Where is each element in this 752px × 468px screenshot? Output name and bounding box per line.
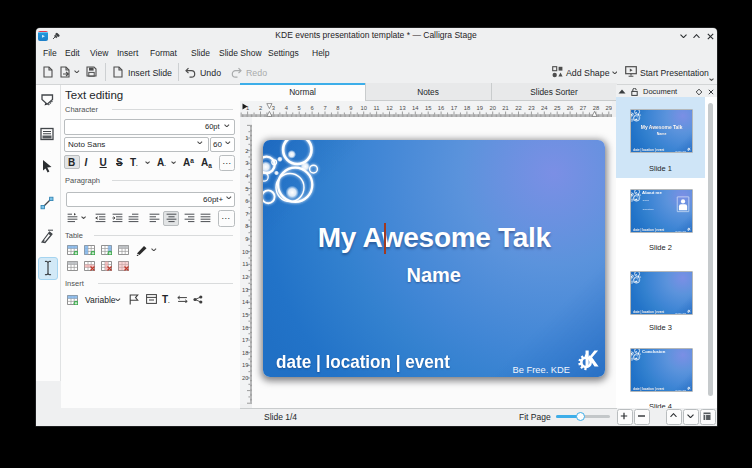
svg-text:19: 19 bbox=[242, 362, 248, 368]
svg-text:15: 15 bbox=[425, 105, 431, 111]
svg-text:18: 18 bbox=[464, 105, 470, 111]
svg-text:3: 3 bbox=[272, 105, 275, 111]
svg-text:10: 10 bbox=[242, 249, 248, 255]
svg-text:7: 7 bbox=[323, 105, 326, 111]
svg-text:22: 22 bbox=[515, 105, 521, 111]
svg-text:6: 6 bbox=[310, 105, 313, 111]
svg-text:2: 2 bbox=[259, 105, 262, 111]
svg-text:27: 27 bbox=[580, 105, 586, 111]
svg-text:2: 2 bbox=[245, 148, 248, 154]
svg-text:13: 13 bbox=[242, 287, 248, 293]
svg-text:8: 8 bbox=[245, 223, 248, 229]
svg-text:11: 11 bbox=[374, 105, 380, 111]
svg-text:5: 5 bbox=[298, 105, 301, 111]
svg-text:20: 20 bbox=[242, 375, 248, 381]
svg-text:9: 9 bbox=[349, 105, 352, 111]
svg-text:18: 18 bbox=[242, 350, 248, 356]
svg-text:12: 12 bbox=[386, 105, 392, 111]
svg-text:5: 5 bbox=[245, 186, 248, 192]
svg-text:17: 17 bbox=[451, 105, 457, 111]
svg-text:14: 14 bbox=[412, 105, 419, 111]
svg-text:10: 10 bbox=[360, 105, 366, 111]
svg-text:29: 29 bbox=[606, 105, 612, 111]
svg-text:9: 9 bbox=[245, 236, 248, 242]
svg-text:16: 16 bbox=[242, 325, 248, 331]
svg-text:3: 3 bbox=[245, 160, 248, 166]
svg-text:20: 20 bbox=[489, 105, 495, 111]
svg-text:23: 23 bbox=[528, 105, 534, 111]
svg-text:19: 19 bbox=[477, 105, 483, 111]
svg-text:25: 25 bbox=[554, 105, 560, 111]
svg-text:1: 1 bbox=[245, 135, 248, 141]
svg-text:14: 14 bbox=[242, 299, 249, 305]
svg-text:11: 11 bbox=[242, 261, 248, 267]
svg-text:26: 26 bbox=[567, 105, 573, 111]
svg-text:21: 21 bbox=[502, 105, 508, 111]
svg-text:7: 7 bbox=[245, 211, 248, 217]
svg-text:24: 24 bbox=[541, 105, 548, 111]
svg-text:8: 8 bbox=[336, 105, 339, 111]
svg-text:6: 6 bbox=[245, 198, 248, 204]
svg-text:16: 16 bbox=[438, 105, 444, 111]
svg-text:13: 13 bbox=[399, 105, 405, 111]
svg-text:12: 12 bbox=[242, 274, 248, 280]
svg-text:17: 17 bbox=[242, 337, 248, 343]
svg-text:28: 28 bbox=[593, 105, 599, 111]
svg-text:15: 15 bbox=[242, 312, 248, 318]
